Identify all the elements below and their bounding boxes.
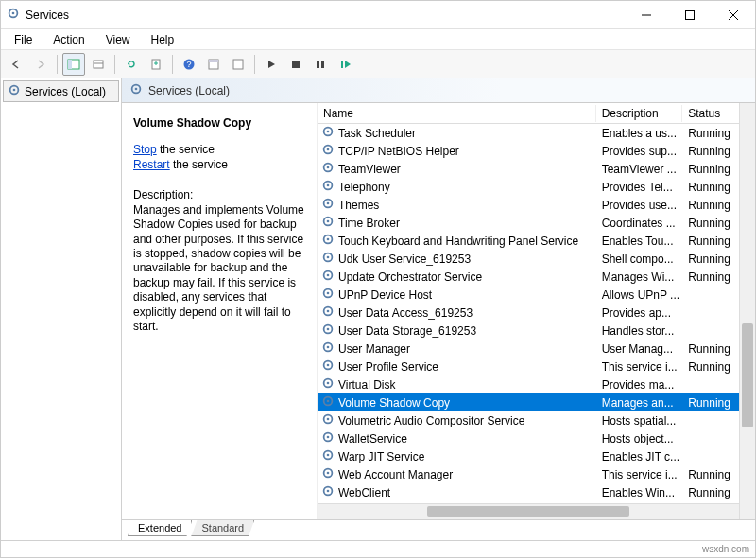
service-description: TeamViewer ... [596,163,683,176]
menu-action[interactable]: Action [43,31,94,48]
content-pane: Services (Local) Volume Shadow Copy Stop… [122,78,755,540]
service-name: Web Account Manager [338,468,453,481]
titlebar: Services [1,1,755,29]
service-description: Manages Wi... [596,270,683,284]
svg-point-43 [327,292,330,295]
service-row[interactable]: WebClientEnables Win...Running [318,483,739,501]
svg-point-37 [327,238,330,241]
content-header-label: Services (Local) [148,84,230,97]
minimize-button[interactable] [625,1,668,28]
service-description: Enables a us... [596,127,683,140]
stop-service-line: Stop the service [133,143,305,156]
column-status[interactable]: Status [682,105,739,122]
service-row[interactable]: User ManagerUser Manag...Running [318,340,739,357]
menu-view[interactable]: View [96,31,140,48]
restart-service-line: Restart the service [133,158,305,171]
service-row[interactable]: Virtual DiskProvides ma... [318,375,739,393]
service-row[interactable]: TelephonyProvides Tel...Running [318,178,739,196]
svg-rect-17 [317,61,319,68]
list-rows: Task SchedulerEnables a us...RunningTCP/… [318,124,739,503]
service-row[interactable]: User Data Access_619253Provides ap... [318,304,739,322]
description-text: Manages and implements Volume Shadow Cop… [133,203,305,334]
service-description: Handles stor... [596,324,683,338]
service-status: Running [682,217,739,230]
service-status: Running [682,342,739,356]
column-description[interactable]: Description [596,105,683,122]
gear-icon [321,305,335,321]
maximize-button[interactable] [668,1,712,28]
svg-point-29 [327,166,330,169]
horizontal-scrollbar[interactable] [318,503,739,519]
refresh-button[interactable] [120,53,143,76]
service-row[interactable]: UPnP Device HostAllows UPnP ... [318,286,739,304]
svg-rect-16 [292,61,300,68]
stop-service-link[interactable]: Stop [133,143,157,156]
gear-icon [321,448,335,464]
pause-service-button[interactable] [309,53,332,76]
svg-point-27 [327,148,330,151]
service-row[interactable]: Web Account ManagerThis service i...Runn… [318,465,739,483]
details-panel: Volume Shadow Copy Stop the service Rest… [122,103,317,519]
tree-root-services-local[interactable]: Services (Local) [3,80,119,102]
tab-extended[interactable]: Extended [128,520,192,536]
restart-suffix: the service [170,158,228,171]
service-row[interactable]: Touch Keyboard and Handwriting Panel Ser… [318,232,739,250]
menu-file[interactable]: File [5,31,42,48]
service-description: Coordinates ... [596,217,683,230]
restart-service-button[interactable] [334,53,356,76]
export-button[interactable] [87,53,110,76]
back-button[interactable] [5,53,27,76]
service-row[interactable]: Task SchedulerEnables a us...Running [318,124,739,142]
service-row[interactable]: Time BrokerCoordinates ...Running [318,214,739,232]
service-row[interactable]: ThemesProvides use...Running [318,196,739,214]
service-name: TCP/IP NetBIOS Helper [338,145,459,158]
svg-point-35 [327,220,330,223]
service-description: Enables Win... [596,486,683,499]
gear-icon [321,125,335,141]
service-row[interactable]: TCP/IP NetBIOS HelperProvides sup...Runn… [318,142,739,160]
content-body: Volume Shadow Copy Stop the service Rest… [122,103,755,519]
service-name: User Data Access_619253 [338,306,472,320]
export-list-button[interactable] [145,53,167,76]
stop-service-button[interactable] [284,53,307,76]
service-list: Name Description Status Task SchedulerEn… [317,103,755,519]
window-controls [625,1,755,28]
main-split: Services (Local) Services (Local) Volume… [1,78,755,540]
restart-service-link[interactable]: Restart [133,158,170,171]
service-row[interactable]: User Profile ServiceThis service i...Run… [318,357,739,375]
service-row[interactable]: Update Orchestrator ServiceManages Wi...… [318,268,739,286]
close-button[interactable] [712,1,755,28]
forward-button[interactable] [29,53,52,76]
service-name: Volumetric Audio Compositor Service [338,414,524,427]
service-status: Running [682,199,739,212]
service-row[interactable]: WalletServiceHosts object... [318,429,739,447]
svg-point-1 [12,12,15,15]
svg-rect-14 [209,60,218,62]
menu-help[interactable]: Help [142,31,184,48]
service-status: Running [682,468,739,481]
gear-icon [321,430,335,446]
menubar: File Action View Help [1,29,755,50]
service-row[interactable]: User Data Storage_619253Handles stor... [318,322,739,340]
service-name: WebClient [338,486,390,499]
service-name: Warp JIT Service [338,450,424,463]
service-row[interactable]: Volumetric Audio Compositor ServiceHosts… [318,411,739,429]
show-hide-tree-button[interactable] [62,53,85,76]
service-row[interactable]: Udk User Service_619253Shell compo...Run… [318,250,739,268]
vertical-scrollbar[interactable] [739,103,755,519]
properties2-button[interactable] [227,53,249,76]
service-status: Running [682,486,739,499]
start-service-button[interactable] [260,53,283,76]
gear-icon [321,358,335,375]
help-button[interactable]: ? [178,53,200,76]
svg-rect-15 [233,60,243,69]
svg-point-31 [327,184,330,187]
service-description: Allows UPnP ... [596,288,683,302]
service-row[interactable]: Volume Shadow CopyManages an...Running [318,393,739,411]
service-row[interactable]: Warp JIT ServiceEnables JIT c... [318,447,739,465]
column-name[interactable]: Name [318,105,596,122]
svg-point-49 [327,346,330,349]
properties-button[interactable] [202,53,225,76]
service-row[interactable]: TeamViewerTeamViewer ...Running [318,160,739,178]
tab-standard[interactable]: Standard [191,520,254,536]
